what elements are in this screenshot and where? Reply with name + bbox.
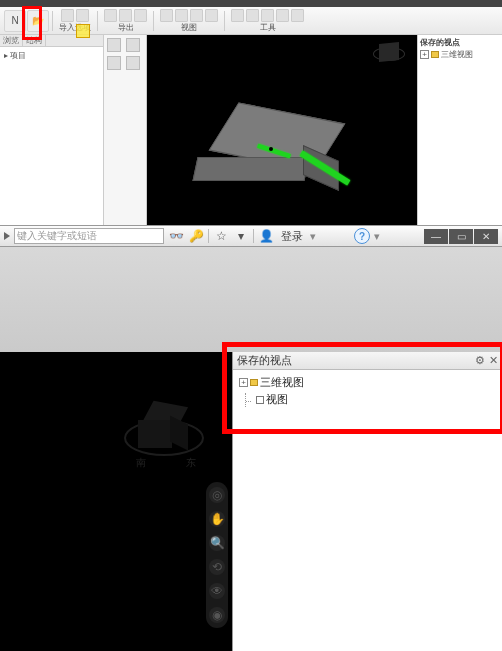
ribbon-group-view: 视图 — [157, 9, 221, 33]
panel-title: 保存的视点 — [237, 353, 292, 368]
left-tab-structure[interactable]: 结构 — [23, 35, 46, 46]
saved-view-item-top[interactable]: + 三维视图 — [420, 48, 500, 61]
expand-icon[interactable]: + — [420, 50, 429, 59]
saved-views-panel-top: 保存的视点 + 三维视图 — [417, 35, 502, 225]
tree-connector — [245, 393, 254, 407]
left-tree-panel: 浏览 结构 ▸ 项目 — [0, 35, 104, 225]
saved-view-item-3d[interactable]: + 三维视图 — [239, 374, 496, 391]
tool-icon-a[interactable] — [261, 9, 274, 22]
viewcube-label-east: 东 — [186, 456, 196, 470]
saved-view-label: 视图 — [266, 392, 288, 407]
open-button[interactable]: 📂 — [27, 10, 49, 32]
export-icon[interactable] — [104, 9, 117, 22]
3d-viewport-top[interactable] — [147, 35, 417, 225]
zoom-icon[interactable]: 🔍 — [209, 535, 225, 551]
view-icon-3[interactable] — [190, 9, 203, 22]
empty-gray-area — [0, 247, 502, 352]
refresh-icon[interactable] — [76, 9, 89, 22]
saved-view-label: 三维视图 — [260, 375, 304, 390]
left-tab-browse[interactable]: 浏览 — [0, 35, 23, 46]
view-icon-2[interactable] — [175, 9, 188, 22]
cube-icon — [256, 396, 264, 404]
mid-tool-4[interactable] — [126, 56, 140, 70]
binoculars-icon[interactable]: 👓 — [168, 228, 184, 244]
viewcube-label-south: 南 — [136, 456, 146, 470]
close-button[interactable]: ✕ — [474, 229, 498, 244]
steering-wheel-icon[interactable]: ◎ — [209, 487, 225, 503]
minimize-button[interactable]: — — [424, 229, 448, 244]
mid-tool-strip — [104, 35, 147, 225]
folder-icon — [431, 51, 439, 58]
ribbon-group-tools: 工具 — [228, 9, 307, 33]
panel-options-icon[interactable]: ⚙ — [475, 354, 485, 367]
saved-views-panel: 保存的视点 ⚙ ✕ + 三维视图 视图 — [232, 352, 502, 651]
app-menu-button[interactable]: N — [4, 10, 26, 32]
import-icon[interactable] — [61, 9, 74, 22]
mid-tool-3[interactable] — [107, 56, 121, 70]
ribbon-group-export: 导出 — [101, 9, 150, 33]
panel-close-icon[interactable]: ✕ — [489, 354, 498, 367]
saved-view-label-top: 三维视图 — [441, 49, 473, 60]
tool-icon-c[interactable] — [291, 9, 304, 22]
mid-tool-2[interactable] — [126, 38, 140, 52]
chevron-down-icon[interactable]: ▾ — [233, 228, 249, 244]
restore-button[interactable]: ▭ — [449, 229, 473, 244]
saveas-icon[interactable] — [134, 9, 147, 22]
mid-toolbar: 键入关键字或短语 👓 🔑 ☆ ▾ 👤 登录 ▾ ? ▾ — ▭ ✕ — [0, 225, 502, 247]
tool-icon-b[interactable] — [276, 9, 289, 22]
play-icon[interactable] — [4, 232, 10, 240]
marker-dot — [269, 147, 273, 151]
user-icon[interactable]: 👤 — [258, 228, 274, 244]
login-label[interactable]: 登录 — [278, 229, 306, 244]
ribbon-group-label: 导出 — [118, 22, 134, 33]
measure-icon[interactable] — [246, 9, 259, 22]
view-icon-1[interactable] — [160, 9, 173, 22]
nav-tool-icon[interactable]: ◉ — [209, 607, 225, 623]
view-icon-4[interactable] — [205, 9, 218, 22]
ribbon-group-label: 视图 — [181, 22, 197, 33]
view-cube-top[interactable] — [369, 41, 409, 81]
mid-tool-1[interactable] — [107, 38, 121, 52]
panel-title-top: 保存的视点 — [420, 37, 500, 48]
key-icon[interactable]: 🔑 — [188, 228, 204, 244]
help-button[interactable]: ? — [354, 228, 370, 244]
pan-icon[interactable]: ✋ — [209, 511, 225, 527]
tree-item-root[interactable]: ▸ 项目 — [2, 49, 101, 62]
search-placeholder: 键入关键字或短语 — [17, 229, 97, 243]
annotation-highlight-yellow — [76, 24, 90, 38]
folder-icon — [250, 379, 258, 386]
save-icon[interactable] — [119, 9, 132, 22]
look-icon[interactable]: 👁 — [209, 583, 225, 599]
expand-icon[interactable]: + — [239, 378, 248, 387]
search-input[interactable]: 键入关键字或短语 — [14, 228, 164, 244]
star-icon[interactable]: ☆ — [213, 228, 229, 244]
window-title-bar — [0, 0, 502, 7]
3d-viewport-bottom[interactable]: 南 东 ◎ ✋ 🔍 ⟲ 👁 ◉ — [0, 352, 232, 651]
view-cube-bottom[interactable]: 南 东 — [120, 380, 212, 472]
select-icon[interactable] — [231, 9, 244, 22]
orbit-icon[interactable]: ⟲ — [209, 559, 225, 575]
navigation-wheel: ◎ ✋ 🔍 ⟲ 👁 ◉ — [206, 482, 228, 628]
saved-view-item-view[interactable]: 视图 — [239, 391, 496, 408]
ribbon-group-label: 工具 — [260, 22, 276, 33]
